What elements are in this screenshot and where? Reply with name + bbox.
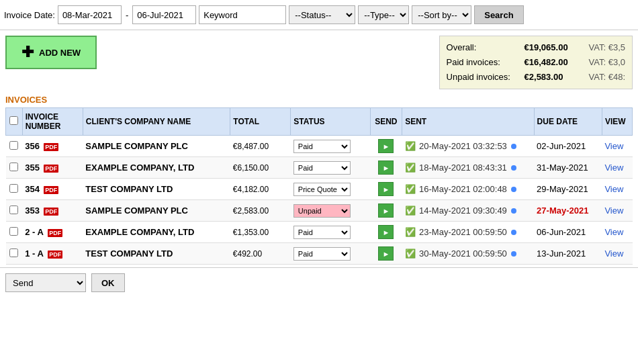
sort-select[interactable]: --Sort by-- xyxy=(412,5,471,24)
blue-dot-icon xyxy=(511,165,516,171)
status-cell: Paid Unpaid Price Quote xyxy=(291,200,370,222)
row-checkbox-3[interactable] xyxy=(9,206,18,214)
status-dropdown-4[interactable]: Paid Unpaid Price Quote xyxy=(293,226,351,239)
unpaid-row: Unpaid invoices: €2,583.00 VAT: €48: xyxy=(447,70,625,85)
send-button-4[interactable]: ► xyxy=(378,225,394,239)
send-button-2[interactable]: ► xyxy=(378,182,394,196)
company-name: TEST COMPANY LTD xyxy=(85,248,173,259)
view-link-0[interactable]: View xyxy=(604,141,623,151)
status-dropdown-2[interactable]: Paid Unpaid Price Quote xyxy=(293,183,351,196)
view-link-1[interactable]: View xyxy=(604,163,623,173)
status-cell: Paid Unpaid Price Quote xyxy=(291,157,370,179)
view-cell: View xyxy=(602,243,632,265)
header-view: VIEW xyxy=(602,108,632,136)
pdf-icon[interactable]: PDF xyxy=(48,251,62,259)
pdf-icon[interactable]: PDF xyxy=(44,165,58,173)
row-checkbox-2[interactable] xyxy=(9,184,18,193)
send-button-5[interactable]: ► xyxy=(378,246,394,261)
company-name: EXAMPLE COMPANY, LTD xyxy=(85,163,194,173)
header-company-name: CLIENT'S COMPANY NAME xyxy=(83,108,230,136)
invoice-number: 355 xyxy=(25,163,40,173)
sent-cell: ✅ 20-May-2021 03:32:53 xyxy=(402,136,534,157)
sent-date: 23-May-2021 00:59:50 xyxy=(419,227,507,237)
row-checkbox-5[interactable] xyxy=(9,248,18,257)
status-cell: Paid Unpaid Price Quote xyxy=(291,222,370,243)
date-separator: - xyxy=(124,10,130,20)
due-date: 31-May-2021 xyxy=(537,163,588,173)
sent-date: 18-May-2021 08:43:31 xyxy=(419,163,507,173)
pdf-icon[interactable]: PDF xyxy=(44,208,58,216)
invoices-table: INVOICE NUMBER CLIENT'S COMPANY NAME TOT… xyxy=(5,107,633,265)
status-dropdown-3[interactable]: Paid Unpaid Price Quote xyxy=(293,204,351,218)
view-link-2[interactable]: View xyxy=(604,184,623,194)
row-checkbox-cell xyxy=(6,200,23,222)
unpaid-label: Unpaid invoices: xyxy=(447,70,520,85)
invoice-number: 354 xyxy=(25,184,40,194)
bulk-action-select[interactable]: Send Delete Mark Paid xyxy=(5,273,86,292)
row-checkbox-4[interactable] xyxy=(9,227,18,236)
view-link-4[interactable]: View xyxy=(604,227,623,237)
status-dropdown-5[interactable]: Paid Unpaid Price Quote xyxy=(293,247,351,261)
header-checkbox xyxy=(6,108,23,136)
paid-row: Paid invoices: €16,482.00 VAT: €3,0 xyxy=(447,55,625,70)
header-send: SEND xyxy=(370,108,402,136)
action-row: ✚ ADD NEW Overall: €19,065.00 VAT: €3,5 … xyxy=(0,30,638,92)
header-sent: SENT xyxy=(402,108,534,136)
sent-check-icon: ✅ xyxy=(405,141,416,151)
view-cell: View xyxy=(602,157,632,179)
filter-bar: Invoice Date: - --Status-- Paid Unpaid P… xyxy=(0,0,638,30)
status-cell: Paid Unpaid Price Quote xyxy=(291,243,370,265)
search-button[interactable]: Search xyxy=(474,5,523,24)
view-cell: View xyxy=(602,200,632,222)
blue-dot-icon xyxy=(511,187,516,192)
table-row: 355 PDF EXAMPLE COMPANY, LTD €6,150.00 P… xyxy=(6,157,633,179)
pdf-icon[interactable]: PDF xyxy=(44,186,58,194)
send-button-3[interactable]: ► xyxy=(378,203,394,218)
date-from-input[interactable] xyxy=(58,5,122,24)
date-to-input[interactable] xyxy=(132,5,196,24)
overall-label: Overall: xyxy=(447,40,520,55)
add-new-button[interactable]: ✚ ADD NEW xyxy=(5,36,97,69)
status-dropdown-1[interactable]: Paid Unpaid Price Quote xyxy=(293,161,351,175)
sent-cell: ✅ 18-May-2021 08:43:31 xyxy=(402,157,534,179)
blue-dot-icon xyxy=(511,208,516,214)
sent-check-icon: ✅ xyxy=(405,227,416,237)
status-dropdown-0[interactable]: Paid Unpaid Price Quote xyxy=(293,140,351,153)
invoices-section: INVOICES INVOICE NUMBER CLIENT'S COMPANY… xyxy=(0,92,638,265)
company-name-cell: EXAMPLE COMPANY, LTD xyxy=(83,157,230,179)
total-cell: €4,182.00 xyxy=(230,179,291,200)
invoice-number-cell: 353 PDF xyxy=(22,200,83,222)
type-select[interactable]: --Type-- xyxy=(358,5,409,24)
invoice-number: 1 - A xyxy=(25,248,44,259)
header-invoice-number: INVOICE NUMBER xyxy=(22,108,83,136)
select-all-checkbox[interactable] xyxy=(9,116,18,125)
status-select[interactable]: --Status-- Paid Unpaid Price Quote xyxy=(289,5,355,24)
send-arrow-icon: ► xyxy=(382,207,390,215)
table-row: 356 PDF SAMPLE COMPANY PLC €8,487.00 Pai… xyxy=(6,136,633,157)
summary-box: Overall: €19,065.00 VAT: €3,5 Paid invoi… xyxy=(439,36,633,89)
invoice-number: 353 xyxy=(25,206,40,216)
send-button-1[interactable]: ► xyxy=(378,161,394,175)
send-button-0[interactable]: ► xyxy=(378,139,394,153)
invoice-number-cell: 355 PDF xyxy=(22,157,83,179)
company-name-cell: EXAMPLE COMPANY, LTD xyxy=(83,222,230,243)
keyword-input[interactable] xyxy=(199,5,286,24)
row-checkbox-0[interactable] xyxy=(9,141,18,150)
overall-row: Overall: €19,065.00 VAT: €3,5 xyxy=(447,40,625,55)
pdf-icon[interactable]: PDF xyxy=(44,143,58,151)
view-cell: View xyxy=(602,136,632,157)
view-cell: View xyxy=(602,179,632,200)
pdf-icon[interactable]: PDF xyxy=(48,229,62,237)
ok-button[interactable]: OK xyxy=(91,273,125,292)
send-arrow-icon: ► xyxy=(382,142,390,150)
row-checkbox-1[interactable] xyxy=(9,163,18,171)
view-link-5[interactable]: View xyxy=(604,248,623,259)
due-date-cell: 27-May-2021 xyxy=(534,200,602,222)
overall-vat: VAT: €3,5 xyxy=(589,40,625,55)
send-cell: ► xyxy=(370,136,402,157)
send-arrow-icon: ► xyxy=(382,228,390,236)
unpaid-vat: VAT: €48: xyxy=(589,70,625,85)
view-link-3[interactable]: View xyxy=(604,206,623,216)
total-cell: €6,150.00 xyxy=(230,157,291,179)
send-cell: ► xyxy=(370,243,402,265)
